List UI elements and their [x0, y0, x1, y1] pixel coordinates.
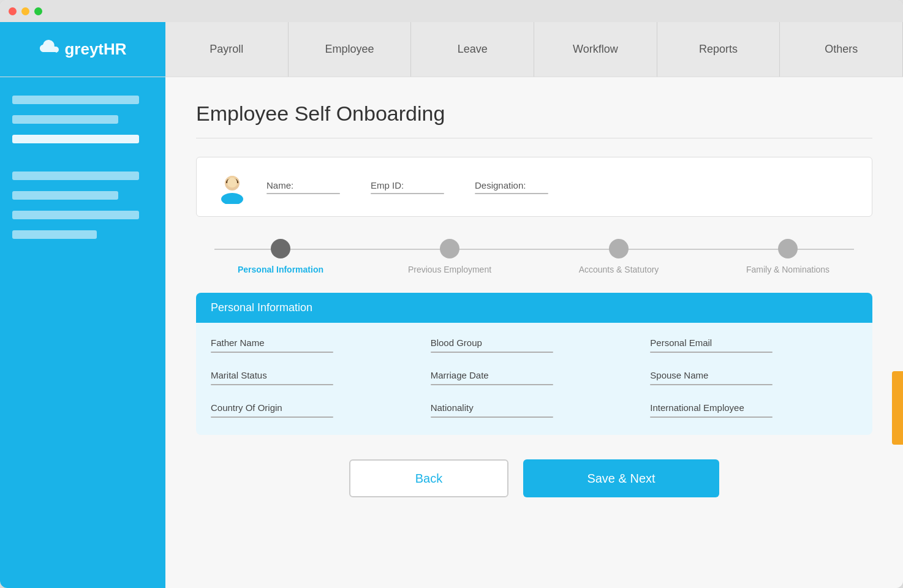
section-header: Personal Information: [196, 293, 872, 323]
employee-fields: Name: Emp ID: Designation:: [266, 180, 853, 194]
name-field: Name:: [266, 180, 340, 194]
field-input-spouse-name[interactable]: [650, 384, 773, 385]
sidebar-item-3[interactable]: [12, 135, 139, 143]
page-title: Employee Self Onboarding: [196, 102, 872, 126]
field-input-country-of-origin[interactable]: [211, 417, 333, 418]
field-label-nationality: Nationality: [431, 402, 638, 413]
step-circle-3: [609, 239, 629, 258]
empid-field: Emp ID:: [371, 180, 444, 194]
nav-tab-others[interactable]: Others: [780, 22, 903, 77]
app-window: greytHR Payroll Employee Leave Workflow …: [0, 0, 903, 588]
step-label-2: Previous Employment: [408, 265, 491, 274]
step-label-4: Family & Nominations: [746, 265, 829, 274]
action-buttons: Back Save & Next: [196, 459, 872, 497]
sidebar-item-4[interactable]: [12, 172, 139, 180]
sidebar-item-2[interactable]: [12, 115, 118, 124]
section-body: Father Name Blood Group Personal Email M…: [196, 323, 872, 435]
field-input-marital-status[interactable]: [211, 384, 333, 385]
field-label-personal-email: Personal Email: [650, 337, 858, 348]
step-accounts: Accounts & Statutory: [534, 239, 703, 274]
field-label-spouse-name: Spouse Name: [650, 370, 858, 380]
main-content: Employee Self Onboarding Name:: [165, 77, 903, 588]
field-input-marriage-date[interactable]: [431, 384, 553, 385]
cloud-icon: [39, 39, 61, 60]
progress-stepper: Personal Information Previous Employment…: [196, 239, 872, 274]
back-button[interactable]: Back: [349, 459, 508, 497]
designation-field: Designation:: [475, 180, 548, 194]
empid-value-line: [371, 193, 444, 194]
field-input-international-employee[interactable]: [650, 417, 773, 418]
nav-tabs: Payroll Employee Leave Workflow Reports …: [165, 22, 903, 77]
sidebar-item-1[interactable]: [12, 96, 139, 104]
titlebar: [0, 0, 903, 22]
step-circle-2: [440, 239, 459, 258]
empid-label: Emp ID:: [371, 180, 444, 190]
field-country-of-origin: Country Of Origin: [211, 402, 418, 418]
name-value-line: [266, 193, 340, 194]
field-input-blood-group[interactable]: [431, 352, 553, 353]
step-family: Family & Nominations: [703, 239, 872, 274]
logo-area: greytHR: [0, 22, 165, 77]
designation-label: Designation:: [475, 180, 548, 190]
designation-value-line: [475, 193, 548, 194]
field-spouse-name: Spouse Name: [650, 370, 858, 385]
nav-tab-leave[interactable]: Leave: [411, 22, 534, 77]
field-marital-status: Marital Status: [211, 370, 418, 385]
personal-info-section: Personal Information Father Name Blood G…: [196, 293, 872, 435]
sidebar-item-6[interactable]: [12, 211, 139, 219]
field-label-father-name: Father Name: [211, 337, 418, 348]
sidebar-item-5[interactable]: [12, 191, 118, 200]
field-input-nationality[interactable]: [431, 417, 553, 418]
field-personal-email: Personal Email: [650, 337, 858, 353]
logo-text: greytHR: [64, 40, 126, 59]
nav-tab-reports[interactable]: Reports: [657, 22, 780, 77]
save-next-button[interactable]: Save & Next: [523, 459, 719, 497]
accent-bar: [892, 371, 903, 445]
divider: [196, 138, 872, 138]
stepper-steps: Personal Information Previous Employment…: [196, 239, 872, 274]
field-label-international-employee: International Employee: [650, 402, 858, 413]
sidebar-item-7[interactable]: [12, 230, 97, 239]
step-personal: Personal Information: [196, 239, 365, 274]
maximize-btn[interactable]: [34, 7, 42, 15]
step-circle-4: [778, 239, 798, 258]
avatar: [215, 170, 249, 204]
field-international-employee: International Employee: [650, 402, 858, 418]
svg-point-3: [227, 178, 237, 187]
step-circle-1: [271, 239, 290, 258]
nav-tab-workflow[interactable]: Workflow: [534, 22, 657, 77]
step-label-3: Accounts & Statutory: [579, 265, 659, 274]
nav-tab-payroll[interactable]: Payroll: [165, 22, 289, 77]
step-prev-employment: Previous Employment: [365, 239, 534, 274]
nav-tab-employee[interactable]: Employee: [289, 22, 412, 77]
field-input-father-name[interactable]: [211, 352, 333, 353]
step-label-1: Personal Information: [238, 265, 323, 274]
field-father-name: Father Name: [211, 337, 418, 353]
field-nationality: Nationality: [431, 402, 638, 418]
employee-card: Name: Emp ID: Designation:: [196, 157, 872, 217]
minimize-btn[interactable]: [21, 7, 29, 15]
sidebar: [0, 77, 165, 588]
name-label: Name:: [266, 180, 340, 190]
field-label-country-of-origin: Country Of Origin: [211, 402, 418, 413]
field-blood-group: Blood Group: [431, 337, 638, 353]
top-navigation: greytHR Payroll Employee Leave Workflow …: [0, 22, 903, 77]
field-label-marital-status: Marital Status: [211, 370, 418, 380]
field-label-marriage-date: Marriage Date: [431, 370, 638, 380]
main-layout: Employee Self Onboarding Name:: [0, 77, 903, 588]
field-input-personal-email[interactable]: [650, 352, 773, 353]
svg-point-1: [221, 193, 243, 204]
field-label-blood-group: Blood Group: [431, 337, 638, 348]
logo: greytHR: [39, 39, 126, 60]
close-btn[interactable]: [9, 7, 17, 15]
field-marriage-date: Marriage Date: [431, 370, 638, 385]
